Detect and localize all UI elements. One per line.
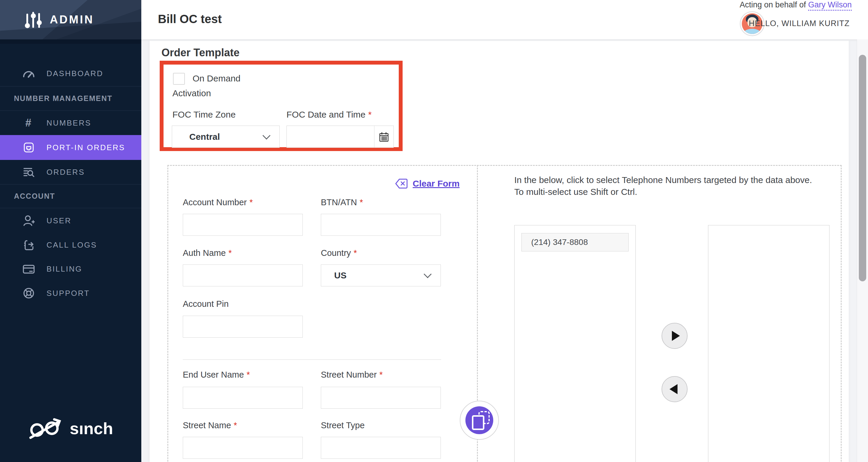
clear-form-button[interactable]: Clear Form: [395, 178, 460, 189]
highlighted-foc-region: On Demand Activation FOC Time Zone FOC D…: [160, 61, 403, 151]
required-asterisk: *: [249, 198, 253, 207]
sidebar-item-support[interactable]: SUPPORT: [0, 281, 141, 305]
sidebar-item-label: CALL LOGS: [46, 240, 97, 250]
sidebar-item-label: ORDERS: [46, 168, 85, 177]
move-left-button[interactable]: [661, 376, 688, 402]
sinch-logo-text: sınch: [70, 419, 113, 438]
avatar-shirt: [744, 29, 761, 34]
country-select[interactable]: US: [321, 264, 441, 286]
calendar-icon: [378, 131, 390, 142]
sidebar-item-orders[interactable]: ORDERS: [0, 160, 141, 184]
form-divider: [183, 359, 441, 360]
auth-name-input[interactable]: [183, 264, 303, 286]
on-demand-checkbox[interactable]: [173, 73, 185, 85]
sliders-logo-icon: [26, 11, 41, 28]
on-demand-label-line2: Activation: [173, 88, 211, 98]
sidebar-item-label: SUPPORT: [46, 289, 90, 298]
sidebar-item-label: NUMBERS: [46, 119, 91, 128]
user-plus-icon: [22, 215, 36, 227]
backspace-icon: [395, 178, 408, 189]
scrollbar-track[interactable]: [857, 39, 868, 462]
required-asterisk: *: [228, 248, 232, 258]
account-number-label: Account Number*: [183, 198, 253, 207]
triangle-left-icon: [670, 384, 678, 394]
required-asterisk: *: [360, 198, 363, 207]
sidebar-item-call-logs[interactable]: CALL LOGS: [0, 233, 141, 257]
foc-datetime-label: FOC Date and Time*: [286, 109, 371, 120]
call-log-icon: [22, 240, 36, 251]
required-asterisk: *: [246, 370, 250, 380]
end-user-name-input[interactable]: [183, 387, 303, 409]
chevron-down-icon: [424, 270, 432, 278]
account-pin-label: Account Pin: [183, 299, 229, 309]
section-title: Order Template: [161, 46, 239, 59]
sidebar-item-label: DASHBOARD: [46, 69, 103, 78]
required-asterisk: *: [234, 421, 237, 430]
sinch-logo: sınch: [0, 417, 141, 439]
sidebar-item-billing[interactable]: BILLING: [0, 257, 141, 281]
sidebar-section-number-management: NUMBER MANAGEMENT: [0, 86, 141, 111]
calendar-button[interactable]: [374, 126, 394, 147]
acting-user-link[interactable]: Gary Wilson: [808, 0, 852, 11]
required-asterisk: *: [354, 248, 357, 258]
admin-logo: ADMIN: [0, 0, 141, 39]
account-number-input[interactable]: [183, 214, 303, 236]
account-pin-input[interactable]: [183, 316, 303, 338]
chevron-down-icon: [262, 131, 271, 139]
foc-time-zone-label: FOC Time Zone: [173, 109, 236, 120]
page-title: Bill OC test: [158, 12, 222, 26]
sidebar-item-dashboard[interactable]: DASHBOARD: [0, 61, 141, 86]
logo-divider: [0, 39, 141, 44]
port-order-panel: Clear Form Account Number* BTN/ATN* Auth…: [167, 165, 842, 462]
street-name-label: Street Name*: [183, 421, 237, 430]
move-right-button[interactable]: [661, 323, 688, 349]
admin-logo-text: ADMIN: [50, 13, 94, 26]
clear-form-label: Clear Form: [413, 178, 460, 189]
available-numbers-listbox[interactable]: (214) 347-8808: [514, 225, 636, 462]
phone-number-item[interactable]: (214) 347-8808: [521, 233, 629, 252]
top-header: Bill OC test Acting on behalf of Gary Wi…: [141, 0, 868, 40]
required-asterisk: *: [368, 109, 372, 119]
app-root: { "sidebar": { "logo": "ADMIN", "dashboa…: [0, 0, 868, 462]
street-number-label: Street Number*: [321, 370, 383, 380]
selected-numbers-listbox[interactable]: [708, 225, 830, 462]
sidebar-section-account: ACCOUNT: [0, 184, 141, 208]
sidebar: ADMIN DASHBOARD NUMBER MANAGEMENT # NUMB…: [0, 0, 141, 462]
scrollbar-thumb[interactable]: [859, 55, 866, 282]
required-asterisk: *: [379, 370, 383, 380]
acting-on-behalf: Acting on behalf of Gary Wilson: [740, 0, 852, 9]
country-label: Country*: [321, 248, 357, 258]
hash-icon: #: [22, 118, 36, 128]
end-user-name-label: End User Name*: [183, 370, 250, 380]
sidebar-item-port-in-orders[interactable]: PORT-IN ORDERS: [0, 135, 141, 160]
btn-atn-input[interactable]: [321, 214, 441, 236]
sinch-knot-icon: [28, 417, 63, 439]
order-search-icon: [22, 166, 36, 178]
copy-icon-front: [472, 415, 484, 430]
auth-name-label: Auth Name*: [183, 248, 232, 258]
sidebar-item-user[interactable]: USER: [0, 208, 141, 233]
street-type-input[interactable]: [321, 437, 441, 459]
greeting-text: HELLO, WILLIAM KURITZ: [749, 19, 849, 28]
sidebar-item-label: PORT-IN ORDERS: [46, 143, 125, 152]
copy-template-fab[interactable]: [460, 401, 499, 440]
port-icon: [22, 142, 36, 153]
street-type-label: Street Type: [321, 421, 365, 430]
street-name-input[interactable]: [183, 437, 303, 459]
gauge-icon: [22, 69, 36, 79]
triangle-right-icon: [672, 331, 680, 341]
sidebar-item-label: BILLING: [46, 264, 82, 274]
foc-time-zone-select[interactable]: Central: [172, 126, 280, 148]
on-demand-label-line1: On Demand: [192, 73, 241, 84]
btn-atn-label: BTN/ATN*: [321, 198, 363, 207]
street-number-input[interactable]: [321, 387, 441, 409]
phones-instruction: In the below, click to select Telephone …: [514, 174, 812, 198]
sidebar-item-numbers[interactable]: # NUMBERS: [0, 111, 141, 135]
life-buoy-icon: [22, 287, 36, 299]
credit-card-icon: [22, 264, 36, 274]
sidebar-item-label: USER: [46, 216, 71, 225]
order-template-card: Order Template On Demand Activation FOC …: [150, 40, 849, 462]
foc-datetime-input[interactable]: [286, 126, 394, 148]
